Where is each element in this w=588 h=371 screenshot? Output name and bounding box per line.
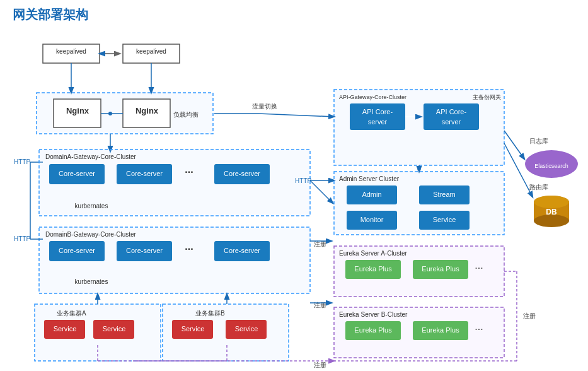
core-b1-label: Core-server (59, 247, 95, 254)
api-core1-line2: server (368, 118, 388, 126)
nginx2-label: Nginx (135, 106, 159, 115)
eureka-b-label: Eureka Server B-Cluster (339, 311, 408, 318)
svg-line-20 (504, 131, 524, 159)
admin-cluster-label: Admin Server Cluster (339, 175, 400, 182)
core-a2-label: Core-server (126, 170, 163, 177)
kurbernates-b-label: kurbernates (75, 278, 108, 285)
register-right-label: 注册 (523, 312, 536, 319)
dots-eb: ··· (475, 324, 483, 334)
flow-switch-label: 流量切换 (252, 103, 277, 110)
api-core2-line1: API Core- (436, 108, 467, 115)
eureka-b1-label: Eureka Plus (354, 326, 392, 334)
dots-ea: ··· (475, 262, 483, 273)
api-cluster-label: API-Gateway-Core-Cluster (339, 94, 406, 100)
svg-line-31 (310, 180, 333, 203)
service-a2-label: Service (103, 325, 126, 333)
elasticsearch-label: Elasticsearch (534, 163, 568, 169)
eureka-a1-label: Eureka Plus (354, 265, 392, 273)
core-a1-label: Core-server (59, 170, 95, 177)
keepalived2-label: keepalived (136, 48, 166, 55)
lb-label: 负载均衡 (173, 111, 199, 118)
svg-line-33 (258, 114, 334, 117)
api-core1-line1: API Core- (362, 108, 393, 115)
svg-point-19 (534, 196, 569, 208)
eureka-a2-label: Eureka Plus (422, 265, 459, 273)
eureka-b2-label: Eureka Plus (422, 326, 459, 334)
core-b2-label: Core-server (126, 247, 163, 254)
domain-a-label: DomainA-Gateway-Core-Cluster (45, 153, 137, 160)
core-b3-label: Core-server (224, 247, 260, 254)
service-a1-label: Service (54, 325, 77, 333)
stream-label: Stream (433, 191, 455, 198)
route-label: 路由库 (529, 184, 548, 191)
service-admin-label: Service (433, 216, 456, 223)
monitor-label: Monitor (360, 216, 384, 223)
kurbernates-a-label: kurbernates (75, 203, 108, 209)
nginx1-label: Nginx (66, 106, 89, 115)
diagram-area: keepalived keepalived Nginx Nginx 负载均衡 H… (0, 26, 588, 371)
page-title: 网关部署架构 (0, 0, 588, 26)
domain-b-label: DomainB-Gateway-Core-Cluster (45, 231, 137, 238)
svg-point-3 (108, 112, 112, 115)
service-b1-label: Service (182, 325, 205, 333)
log-label: 日志库 (529, 138, 548, 144)
admin-label: Admin (362, 191, 381, 198)
http1-label: HTTP (14, 158, 30, 165)
eureka-a-label: Eureka Server A-Cluster (339, 250, 407, 257)
keepalived1-label: keepalived (56, 48, 86, 55)
api-master-label: 主备份网关 (473, 94, 501, 100)
db-label: DB (546, 208, 557, 216)
core-a3-label: Core-server (224, 170, 260, 177)
http3-label: HTTP (14, 235, 30, 242)
register3-label: 注册 (314, 362, 326, 368)
biz-b-label: 业务集群B (195, 310, 225, 317)
dots-b: ··· (185, 244, 193, 254)
service-b2-label: Service (235, 325, 258, 333)
api-core2-line2: server (442, 118, 461, 126)
biz-a-label: 业务集群A (57, 310, 86, 317)
http2-label: HTTP (295, 177, 311, 184)
dots-a: ··· (185, 167, 193, 177)
